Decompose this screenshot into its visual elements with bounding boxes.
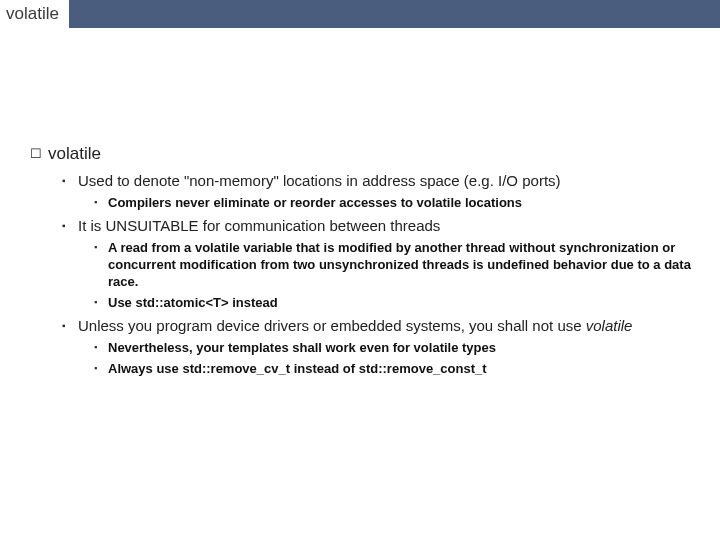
spacer (30, 34, 710, 144)
bullet-level3: ▪ Always use std::remove_cv_t instead of… (94, 360, 710, 377)
bullet-text: Nevertheless, your templates shall work … (108, 339, 496, 356)
bullet-level2: ▪ Used to denote "non-memory" locations … (62, 172, 710, 190)
square-bullet-icon: ▪ (94, 360, 108, 377)
title-bar: volatile (0, 0, 720, 28)
bullet-level2: ▪ It is UNSUITABLE for communication bet… (62, 217, 710, 235)
bullet-level3: ▪ Nevertheless, your templates shall wor… (94, 339, 710, 356)
bullet-text-ital: volatile (586, 317, 633, 334)
bullet-text: Used to denote "non-memory" locations in… (78, 172, 561, 190)
checkbox-icon: ☐ (30, 144, 48, 164)
title-bar-fill (69, 0, 720, 28)
square-bullet-icon: ▪ (62, 172, 78, 190)
square-bullet-icon: ▪ (94, 194, 108, 211)
square-bullet-icon: ▪ (62, 317, 78, 335)
level3-group: ▪ A read from a volatile variable that i… (94, 239, 710, 311)
bullet-text: volatile (48, 144, 101, 164)
bullet-level3: ▪ Use std::atomic<T> instead (94, 294, 710, 311)
square-bullet-icon: ▪ (62, 217, 78, 235)
bullet-text: Compilers never eliminate or reorder acc… (108, 194, 522, 211)
bullet-text: Always use std::remove_cv_t instead of s… (108, 360, 487, 377)
slide-body: ☐ volatile ▪ Used to denote "non-memory"… (0, 28, 720, 377)
bullet-level3: ▪ A read from a volatile variable that i… (94, 239, 710, 290)
square-bullet-icon: ▪ (94, 339, 108, 356)
bullet-level3: ▪ Compilers never eliminate or reorder a… (94, 194, 710, 211)
square-bullet-icon: ▪ (94, 294, 108, 311)
bullet-text: Unless you program device drivers or emb… (78, 317, 632, 335)
bullet-text: Use std::atomic<T> instead (108, 294, 278, 311)
slide-title: volatile (0, 0, 69, 28)
bullet-text: It is UNSUITABLE for communication betwe… (78, 217, 440, 235)
square-bullet-icon: ▪ (94, 239, 108, 256)
bullet-level1: ☐ volatile (30, 144, 710, 164)
level3-group: ▪ Compilers never eliminate or reorder a… (94, 194, 710, 211)
level3-group: ▪ Nevertheless, your templates shall wor… (94, 339, 710, 377)
level2-group: ▪ Used to denote "non-memory" locations … (62, 172, 710, 377)
bullet-text: A read from a volatile variable that is … (108, 239, 710, 290)
bullet-text-pre: Unless you program device drivers or emb… (78, 317, 586, 334)
bullet-level2: ▪ Unless you program device drivers or e… (62, 317, 710, 335)
